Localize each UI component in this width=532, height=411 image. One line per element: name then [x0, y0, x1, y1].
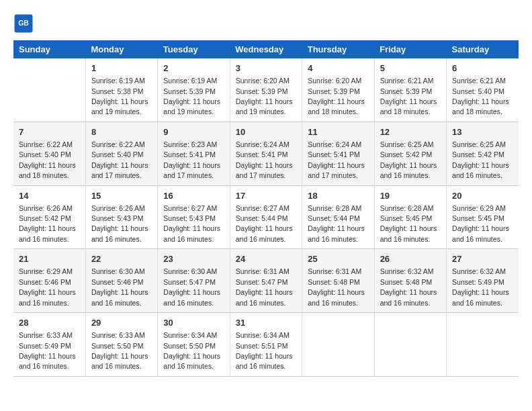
calendar-cell: 13 Sunrise: 6:25 AM Sunset: 5:42 PM Dayl…: [447, 122, 519, 185]
day-number: 25: [308, 253, 368, 265]
sunset-text: Sunset: 5:48 PM: [308, 278, 360, 286]
calendar-header: SundayMondayTuesdayWednesdayThursdayFrid…: [13, 40, 519, 58]
sunset-text: Sunset: 5:44 PM: [236, 214, 288, 222]
calendar-cell: 22 Sunrise: 6:30 AM Sunset: 5:46 PM Dayl…: [85, 249, 157, 313]
day-number: 1: [91, 62, 152, 75]
calendar-cell: 2 Sunrise: 6:19 AM Sunset: 5:39 PM Dayli…: [158, 58, 230, 122]
sunset-text: Sunset: 5:51 PM: [236, 342, 288, 350]
sunrise-text: Sunrise: 6:23 AM: [163, 140, 217, 148]
calendar-cell: 23 Sunrise: 6:30 AM Sunset: 5:47 PM Dayl…: [158, 249, 230, 313]
day-number: 26: [380, 253, 441, 265]
sunset-text: Sunset: 5:41 PM: [163, 150, 216, 158]
sunrise-text: Sunrise: 6:30 AM: [163, 267, 217, 275]
daylight-text: Daylight: 11 hours and 16 minutes.: [163, 224, 220, 242]
sunrise-text: Sunrise: 6:29 AM: [19, 267, 73, 275]
calendar-cell: 31 Sunrise: 6:34 AM Sunset: 5:51 PM Dayl…: [230, 313, 302, 377]
calendar-cell: 5 Sunrise: 6:21 AM Sunset: 5:39 PM Dayli…: [374, 58, 446, 122]
sunset-text: Sunset: 5:42 PM: [19, 214, 71, 222]
day-number: 9: [163, 126, 224, 138]
daylight-text: Daylight: 11 hours and 16 minutes.: [452, 288, 509, 306]
week-row-5: 28 Sunrise: 6:33 AM Sunset: 5:49 PM Dayl…: [13, 313, 519, 377]
sunset-text: Sunset: 5:40 PM: [19, 150, 71, 158]
sunrise-text: Sunrise: 6:19 AM: [163, 77, 217, 85]
day-number: 19: [380, 190, 441, 202]
column-header-sunday: Sunday: [13, 40, 85, 58]
sunrise-text: Sunrise: 6:22 AM: [91, 140, 145, 148]
sunrise-text: Sunrise: 6:22 AM: [19, 140, 73, 148]
sunset-text: Sunset: 5:43 PM: [163, 214, 216, 222]
daylight-text: Daylight: 11 hours and 18 minutes.: [380, 97, 437, 116]
sunset-text: Sunset: 5:42 PM: [452, 150, 504, 158]
sunset-text: Sunset: 5:40 PM: [452, 87, 504, 95]
day-number: 21: [19, 253, 80, 265]
calendar-cell: 7 Sunrise: 6:22 AM Sunset: 5:40 PM Dayli…: [13, 122, 85, 185]
calendar-cell: 27 Sunrise: 6:32 AM Sunset: 5:49 PM Dayl…: [447, 249, 519, 313]
day-number: 3: [236, 62, 296, 75]
sunrise-text: Sunrise: 6:26 AM: [19, 204, 73, 212]
calendar-cell: 25 Sunrise: 6:31 AM Sunset: 5:48 PM Dayl…: [302, 249, 374, 313]
header-row: SundayMondayTuesdayWednesdayThursdayFrid…: [13, 40, 519, 58]
calendar-cell: 10 Sunrise: 6:24 AM Sunset: 5:41 PM Dayl…: [230, 122, 302, 185]
day-number: 22: [91, 253, 152, 265]
sunset-text: Sunset: 5:46 PM: [91, 278, 144, 286]
daylight-text: Daylight: 11 hours and 17 minutes.: [163, 161, 220, 179]
sunrise-text: Sunrise: 6:31 AM: [236, 267, 290, 275]
calendar-cell: [302, 313, 374, 377]
week-row-4: 21 Sunrise: 6:29 AM Sunset: 5:46 PM Dayl…: [13, 249, 519, 313]
day-number: 5: [380, 62, 441, 75]
sunset-text: Sunset: 5:45 PM: [380, 214, 433, 222]
day-number: 13: [452, 126, 513, 138]
sunrise-text: Sunrise: 6:32 AM: [452, 267, 506, 275]
sunset-text: Sunset: 5:41 PM: [236, 150, 288, 158]
sunrise-text: Sunrise: 6:34 AM: [236, 331, 290, 339]
sunset-text: Sunset: 5:47 PM: [163, 278, 216, 286]
sunset-text: Sunset: 5:39 PM: [380, 87, 433, 95]
daylight-text: Daylight: 11 hours and 18 minutes.: [308, 97, 365, 116]
calendar-cell: [447, 313, 519, 377]
sunset-text: Sunset: 5:48 PM: [380, 278, 433, 286]
daylight-text: Daylight: 11 hours and 16 minutes.: [91, 288, 148, 306]
column-header-saturday: Saturday: [447, 40, 519, 58]
page-header: GB: [13, 13, 519, 34]
calendar-cell: [13, 58, 85, 122]
sunrise-text: Sunrise: 6:25 AM: [452, 140, 506, 148]
sunset-text: Sunset: 5:38 PM: [91, 87, 144, 95]
calendar-cell: 3 Sunrise: 6:20 AM Sunset: 5:39 PM Dayli…: [230, 58, 302, 122]
sunrise-text: Sunrise: 6:30 AM: [91, 267, 145, 275]
day-number: 15: [91, 190, 152, 202]
sunset-text: Sunset: 5:39 PM: [236, 87, 288, 95]
daylight-text: Daylight: 11 hours and 16 minutes.: [380, 288, 437, 306]
sunrise-text: Sunrise: 6:28 AM: [308, 204, 361, 212]
day-number: 30: [163, 317, 224, 329]
daylight-text: Daylight: 11 hours and 16 minutes.: [308, 288, 365, 306]
calendar-cell: [374, 313, 446, 377]
column-header-friday: Friday: [374, 40, 446, 58]
sunrise-text: Sunrise: 6:27 AM: [163, 204, 217, 212]
daylight-text: Daylight: 11 hours and 18 minutes.: [19, 161, 76, 179]
sunset-text: Sunset: 5:50 PM: [163, 342, 216, 350]
calendar-cell: 17 Sunrise: 6:27 AM Sunset: 5:44 PM Dayl…: [230, 185, 302, 249]
daylight-text: Daylight: 11 hours and 16 minutes.: [91, 224, 148, 242]
sunset-text: Sunset: 5:45 PM: [452, 214, 504, 222]
sunset-text: Sunset: 5:49 PM: [19, 342, 71, 350]
sunset-text: Sunset: 5:39 PM: [308, 87, 360, 95]
day-number: 6: [452, 62, 513, 75]
week-row-3: 14 Sunrise: 6:26 AM Sunset: 5:42 PM Dayl…: [13, 185, 519, 249]
daylight-text: Daylight: 11 hours and 19 minutes.: [236, 97, 293, 116]
calendar-cell: 8 Sunrise: 6:22 AM Sunset: 5:40 PM Dayli…: [85, 122, 157, 185]
day-number: 2: [163, 62, 224, 75]
week-row-2: 7 Sunrise: 6:22 AM Sunset: 5:40 PM Dayli…: [13, 122, 519, 185]
day-number: 12: [380, 126, 441, 138]
sunrise-text: Sunrise: 6:28 AM: [380, 204, 434, 212]
calendar-body: 1 Sunrise: 6:19 AM Sunset: 5:38 PM Dayli…: [13, 58, 519, 376]
sunset-text: Sunset: 5:50 PM: [91, 342, 144, 350]
sunrise-text: Sunrise: 6:21 AM: [380, 77, 434, 85]
daylight-text: Daylight: 11 hours and 17 minutes.: [308, 161, 365, 179]
sunrise-text: Sunrise: 6:27 AM: [236, 204, 290, 212]
daylight-text: Daylight: 11 hours and 16 minutes.: [163, 288, 220, 306]
daylight-text: Daylight: 11 hours and 16 minutes.: [236, 352, 293, 370]
daylight-text: Daylight: 11 hours and 16 minutes.: [380, 161, 437, 179]
sunrise-text: Sunrise: 6:33 AM: [91, 331, 145, 339]
sunset-text: Sunset: 5:42 PM: [380, 150, 433, 158]
day-number: 4: [308, 62, 368, 75]
